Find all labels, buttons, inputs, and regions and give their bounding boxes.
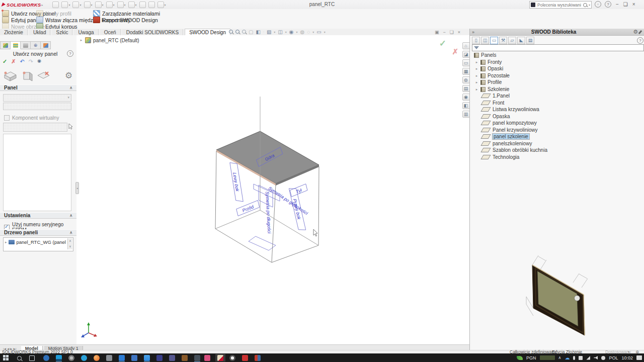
pm-help-icon[interactable]: ?: [67, 50, 73, 57]
panel-list-box[interactable]: [3, 134, 71, 211]
taskpane-swood-box-icon[interactable]: ▥: [462, 111, 470, 118]
apply-scene-icon[interactable]: ◌: [307, 29, 310, 35]
taskbar-app-icon[interactable]: [255, 355, 261, 361]
zoom-fit-icon[interactable]: [229, 30, 233, 34]
expand-arrow-icon[interactable]: ▸: [475, 80, 478, 84]
command-search-input[interactable]: [536, 2, 582, 8]
previous-view-icon[interactable]: ▢: [249, 29, 253, 35]
tab-uwaga[interactable]: Uwaga: [74, 29, 98, 35]
tree-expand-icon[interactable]: ▸: [5, 240, 7, 244]
view-settings-caret-icon[interactable]: ▾: [324, 30, 326, 34]
panel-type-vertical-button[interactable]: [20, 70, 34, 82]
virtual-component-row[interactable]: Komponent wirtualny: [4, 115, 59, 121]
ribbon-edytuj-panel[interactable]: Edytuj panel: [2, 17, 40, 23]
taskpane-resources-icon[interactable]: ◪: [462, 51, 470, 58]
library-item-selected[interactable]: panel szkolenie: [470, 133, 529, 140]
tray-expand-icon[interactable]: ∧: [558, 355, 561, 360]
view-orientation-icon[interactable]: ▧: [267, 29, 271, 35]
library-item[interactable]: Opaska: [470, 113, 510, 120]
virtual-component-checkbox[interactable]: [4, 115, 10, 121]
tab-uklad[interactable]: Układ: [29, 29, 51, 35]
start-button[interactable]: [3, 355, 9, 360]
pm-section-tree[interactable]: Drzewo paneli∧: [0, 229, 76, 236]
undo-action-button[interactable]: ↶: [20, 58, 24, 65]
zoom-area-icon[interactable]: [235, 30, 239, 34]
close-button[interactable]: ×: [632, 2, 635, 7]
sketch-label-front[interactable]: Przód: [236, 201, 260, 216]
taskpane-home-icon[interactable]: ⌂: [462, 42, 470, 49]
taskbar-app-icon[interactable]: [131, 355, 137, 361]
pm-section-panel[interactable]: Panel∧: [0, 84, 76, 91]
hide-show-caret-icon[interactable]: ▾: [296, 30, 298, 34]
task-view-icon[interactable]: [29, 355, 35, 361]
library-item[interactable]: Technologia: [470, 154, 519, 160]
panel-tree-box[interactable]: ▸ panel_RTC_WG (panel szkolenie) ∧∨: [3, 237, 73, 251]
settings-gear-icon[interactable]: ⚙: [65, 70, 72, 82]
doc-close-icon[interactable]: ×: [458, 30, 460, 35]
pm-tab-property-manager[interactable]: [11, 41, 21, 49]
taskbar-app-icon[interactable]: [81, 355, 87, 361]
scene-caret-icon[interactable]: ▾: [312, 30, 314, 34]
search-caret-icon[interactable]: ▾: [589, 3, 590, 7]
library-hardware-tab[interactable]: ◫: [481, 37, 489, 44]
dock-icon[interactable]: ▣: [435, 30, 439, 35]
network-icon[interactable]: [586, 356, 590, 360]
library-folder-szkolenie[interactable]: ▸Szkolenie: [470, 86, 509, 93]
expand-arrow-icon[interactable]: ▸: [475, 60, 478, 64]
library-help-icon[interactable]: ?: [637, 37, 643, 44]
taskbar-app-icon[interactable]: [106, 355, 112, 361]
tab-dodatki-solidworks[interactable]: Dodatki SOLIDWORKS: [122, 29, 183, 35]
sketch-label-sym-depth[interactable]: Symetria po głębokości: [267, 186, 309, 216]
library-cabinets-tab[interactable]: ▯: [472, 37, 480, 44]
library-folder-pozostale[interactable]: ▸Pozostałe: [470, 72, 510, 79]
taskbar-app-icon[interactable]: [94, 355, 100, 361]
taskpane-custom-properties-icon[interactable]: ◉: [462, 94, 470, 101]
sketch-label-sym-length[interactable]: Symetria po długości: [265, 192, 272, 234]
library-connectors-tab[interactable]: ⚒: [499, 37, 507, 44]
library-item[interactable]: Panel krzywoliniowy: [470, 127, 537, 133]
panel-name-dropdown[interactable]: ▾: [3, 94, 71, 102]
library-folder-profile[interactable]: ▸Profile: [470, 79, 502, 85]
library-panels-tab[interactable]: ▭: [490, 37, 498, 44]
search-icon[interactable]: [583, 3, 587, 7]
login-icon[interactable]: ◦: [595, 1, 601, 8]
sketch-label-back[interactable]: Tył: [290, 184, 307, 197]
microphone-icon[interactable]: [573, 356, 575, 360]
library-machining-tab[interactable]: ◣: [517, 37, 525, 44]
ribbon-raport-swood[interactable]: Raport SWOOD Design: [93, 17, 158, 23]
taskbar-solidworks-active[interactable]: [215, 354, 225, 361]
notification-icon[interactable]: [636, 355, 642, 360]
sketch-label-left[interactable]: Lewy bok: [230, 162, 243, 201]
preview-eye-button[interactable]: ◉: [37, 58, 41, 65]
library-item[interactable]: panel kompozytowy: [470, 120, 537, 126]
library-root-row[interactable]: Panels: [470, 52, 497, 58]
ok-button[interactable]: ✓: [3, 58, 7, 65]
taskpane-swood-center-icon[interactable]: ◧: [462, 102, 470, 109]
language-indicator[interactable]: POL: [609, 355, 618, 360]
tab-zlozenie[interactable]: Złożenie: [0, 29, 28, 35]
tab-szkic[interactable]: Szkic: [52, 29, 73, 35]
tree-scrollbar[interactable]: ∧∨: [67, 238, 72, 249]
panel-description-field[interactable]: [3, 103, 71, 110]
library-folder-fronty[interactable]: ▸Fronty: [470, 59, 502, 65]
display-style-icon[interactable]: ◫: [278, 29, 282, 35]
hide-show-items-icon[interactable]: ◉: [289, 29, 294, 35]
library-edgeband-tab[interactable]: ▱: [508, 37, 516, 44]
display-style-caret-icon[interactable]: ▾: [285, 30, 287, 34]
zoom-selection-icon[interactable]: [242, 30, 246, 34]
taskbar-app-icon[interactable]: [56, 355, 62, 361]
library-item[interactable]: Front: [470, 100, 504, 106]
pm-tab-configuration-manager[interactable]: [21, 41, 31, 49]
library-settings-gear-icon[interactable]: ⚙: [633, 29, 639, 35]
expand-arrow-icon[interactable]: ▸: [475, 87, 478, 92]
taskbar-app-icon[interactable]: [194, 355, 200, 361]
taskbar-app-icon[interactable]: [119, 355, 125, 361]
pm-tab-display-manager[interactable]: [41, 41, 51, 49]
panel-splitter-handle[interactable]: ◂: [75, 182, 79, 194]
library-filter-box[interactable]: [472, 44, 644, 51]
view-settings-icon[interactable]: ▭: [316, 29, 321, 35]
tab-swood-design[interactable]: SWOOD Design: [185, 29, 230, 35]
taskpane-design-library-icon[interactable]: ▭: [462, 59, 470, 66]
taskbar-search-icon[interactable]: [17, 356, 22, 360]
collapse-panel-icon[interactable]: »: [470, 30, 474, 35]
